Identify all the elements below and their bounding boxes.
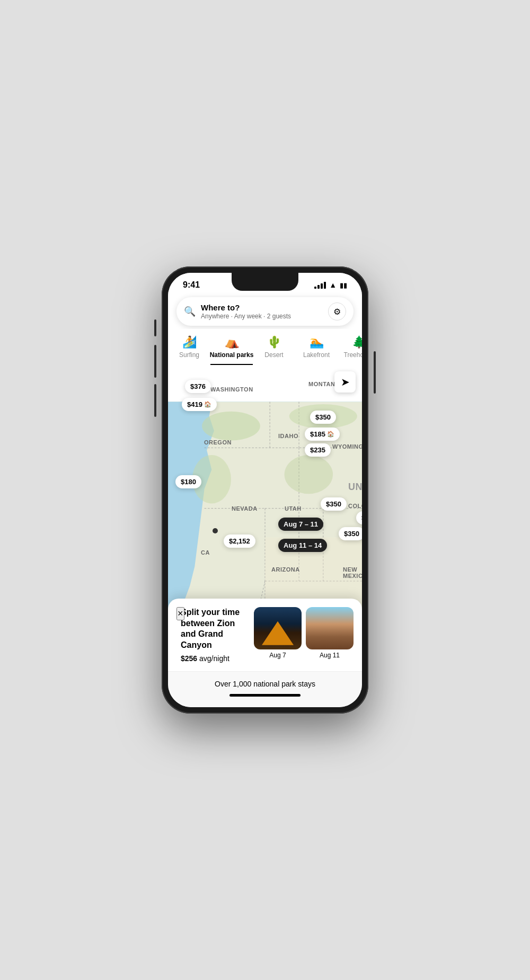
price-pill-350-lower[interactable]: $350 — [339, 527, 362, 540]
wifi-icon: ▲ — [329, 281, 337, 289]
category-tabs: 🏄 Surfing ⛺ National parks 🌵 Desert 🏊 La… — [168, 329, 362, 365]
power-button[interactable] — [374, 351, 376, 394]
tab-treehouse[interactable]: 🌲 Treehouse — [338, 332, 362, 365]
search-text-area: Where to? Anywhere · Any week · 2 guests — [201, 303, 323, 320]
tab-surfing[interactable]: 🏄 Surfing — [168, 332, 210, 365]
price-235-label: $235 — [310, 446, 325, 454]
card-title: Split your time between Zion and Grand C… — [181, 607, 248, 651]
bottom-bar-text: Over 1,000 national park stays — [215, 680, 315, 688]
tab-treehouse-label: Treehouse — [344, 351, 362, 359]
close-button[interactable]: × — [176, 607, 184, 620]
price-pill-235[interactable]: $235 — [305, 443, 331, 457]
card-content: Split your time between Zion and Grand C… — [176, 607, 354, 663]
price-pill-180[interactable]: $180 — [175, 475, 201, 488]
location-button[interactable]: ➤ — [334, 371, 356, 393]
search-sub-text: Anywhere · Any week · 2 guests — [201, 313, 323, 320]
national-parks-icon: ⛺ — [225, 335, 239, 349]
tab-national-parks-label: National parks — [210, 351, 254, 359]
tab-surfing-label: Surfing — [179, 351, 199, 359]
price-180-label: $180 — [181, 478, 196, 486]
bottom-card: × Split your time between Zion and Grand… — [168, 599, 362, 671]
status-time: 9:41 — [183, 280, 200, 290]
card-text: Split your time between Zion and Grand C… — [181, 607, 248, 663]
price-350-mid-label: $350 — [326, 500, 341, 508]
bottom-bar: Over 1,000 national park stays — [168, 671, 362, 707]
price-350-top-label: $350 — [315, 413, 331, 421]
treehouse-icon: 🌲 — [352, 335, 363, 349]
card-price-amount: $256 — [181, 654, 197, 663]
aug11-label: Aug 11 – 14 — [284, 541, 322, 549]
svg-point-15 — [285, 455, 333, 494]
card-img-tent — [254, 607, 302, 649]
price-pill-185[interactable]: $185 🏠 — [305, 427, 340, 441]
surfing-icon: 🏄 — [182, 335, 197, 349]
price-419-home2-label: $419 — [361, 514, 362, 522]
price-350-lower-label: $350 — [344, 530, 359, 538]
card-price: $256 avg/night — [181, 654, 248, 663]
map-area[interactable]: WASHINGTON MONTANA OREGON IDAHO WYOMING … — [168, 365, 362, 671]
location-icon: ➤ — [341, 376, 350, 388]
price-2152-label: $2,152 — [229, 537, 250, 545]
card-price-unit: avg/night — [199, 654, 229, 663]
search-bar[interactable]: 🔍 Where to? Anywhere · Any week · 2 gues… — [176, 297, 354, 326]
card-image-aug7[interactable]: Aug 7 — [254, 607, 302, 659]
price-pill-aug11[interactable]: Aug 11 – 14 — [278, 539, 327, 552]
notch — [232, 273, 298, 291]
price-pill-419-home[interactable]: $419 🏠 — [182, 398, 217, 411]
aug7-label: Aug 7 – 11 — [284, 520, 318, 528]
price-pill-2152[interactable]: $2,152 — [224, 534, 255, 548]
battery-icon: ▮▮ — [340, 281, 347, 289]
desert-icon: 🌵 — [267, 335, 281, 349]
card-img-canyon — [306, 607, 354, 649]
card-date-aug7: Aug 7 — [269, 652, 286, 659]
location-dot — [213, 528, 218, 533]
silent-button[interactable] — [154, 319, 156, 336]
price-pill-350-top[interactable]: $350 — [310, 411, 336, 424]
home-indicator — [229, 694, 301, 697]
volume-down-button[interactable] — [154, 384, 156, 417]
price-185-label: $185 — [310, 430, 325, 438]
filter-button[interactable]: ⚙ — [328, 302, 346, 320]
price-pill-aug7[interactable]: Aug 7 – 11 — [278, 518, 323, 531]
price-419-home-label: $419 — [187, 400, 202, 408]
price-pill-350-mid[interactable]: $350 — [321, 497, 347, 511]
card-images: Aug 7 Aug 11 — [254, 607, 354, 659]
price-pill-376[interactable]: $376 — [185, 380, 211, 393]
search-main-text: Where to? — [201, 303, 323, 313]
home-icon-185: 🏠 — [327, 431, 334, 438]
lakefront-icon: 🏊 — [310, 335, 324, 349]
volume-up-button[interactable] — [154, 345, 156, 378]
tab-lakefront[interactable]: 🏊 Lakefront — [295, 332, 338, 365]
card-date-aug11: Aug 11 — [320, 652, 340, 659]
tab-desert[interactable]: 🌵 Desert — [253, 332, 295, 365]
search-icon: 🔍 — [184, 306, 196, 317]
home-icon-419: 🏠 — [204, 401, 211, 408]
price-376-label: $376 — [190, 382, 206, 390]
tab-national-parks[interactable]: ⛺ National parks — [210, 332, 253, 365]
card-image-aug11[interactable]: Aug 11 — [306, 607, 354, 659]
signal-icon — [314, 282, 326, 289]
phone-frame: 9:41 ▲ ▮▮ 🔍 Where to? Anywhere · Any wee… — [162, 266, 368, 714]
tab-desert-label: Desert — [264, 351, 283, 359]
tab-lakefront-label: Lakefront — [303, 351, 330, 359]
search-section: 🔍 Where to? Anywhere · Any week · 2 gues… — [168, 293, 362, 329]
status-icons: ▲ ▮▮ — [314, 281, 347, 289]
phone-screen: 9:41 ▲ ▮▮ 🔍 Where to? Anywhere · Any wee… — [168, 273, 362, 707]
svg-point-12 — [202, 412, 260, 441]
